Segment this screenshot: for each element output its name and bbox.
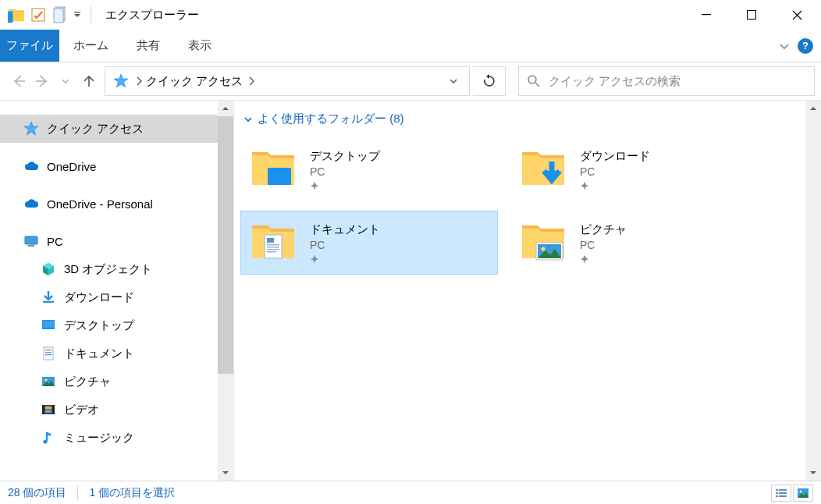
search-icon [527, 74, 541, 88]
address-bar[interactable]: クイック アクセス [105, 66, 470, 96]
qat-doc-icon[interactable] [52, 6, 69, 23]
tree-item-cloud[interactable]: OneDrive - Personal [0, 190, 233, 218]
folder-icon [249, 221, 299, 264]
back-button[interactable] [9, 72, 28, 91]
svg-rect-14 [43, 321, 54, 328]
breadcrumb-location[interactable]: クイック アクセス [146, 74, 243, 89]
svg-rect-24 [45, 406, 52, 410]
tree-item-music[interactable]: ミュージック [0, 424, 233, 452]
scroll-down-icon[interactable] [218, 465, 233, 481]
desktop-icon [41, 318, 56, 333]
folder-icon [519, 147, 569, 191]
tab-view[interactable]: 表示 [174, 30, 226, 62]
svg-rect-6 [748, 11, 756, 20]
forward-button[interactable] [33, 72, 52, 91]
svg-rect-17 [45, 352, 52, 353]
tree-item-star[interactable]: クイック アクセス [0, 115, 233, 143]
tree-item-video[interactable]: ビデオ [0, 396, 233, 424]
svg-rect-38 [779, 489, 787, 491]
pc-icon [23, 233, 39, 249]
status-selected-count: 1 個の項目を選択 [89, 486, 175, 500]
folder-name: ダウンロード [580, 149, 650, 164]
svg-rect-0 [8, 11, 12, 23]
folder-location: PC [310, 165, 380, 178]
folder-name: ピクチャ [580, 222, 627, 237]
folder-item-doc[interactable]: ドキュメント PC [240, 211, 498, 275]
svg-rect-39 [776, 492, 778, 494]
maximize-button[interactable] [729, 0, 774, 30]
refresh-button[interactable] [473, 66, 506, 96]
svg-rect-33 [267, 251, 276, 253]
svg-point-8 [528, 76, 536, 83]
tree-item-label: OneDrive - Personal [47, 197, 153, 211]
ribbon-collapse-icon[interactable] [779, 41, 790, 51]
minimize-button[interactable] [684, 0, 729, 30]
svg-rect-37 [776, 489, 778, 491]
address-dropdown-icon[interactable] [441, 76, 466, 86]
details-view-button[interactable] [771, 484, 791, 502]
nav-scrollbar[interactable] [218, 101, 233, 481]
tree-item-label: デスクトップ [64, 318, 134, 333]
up-button[interactable] [80, 72, 98, 91]
tree-item-cloud[interactable]: OneDrive [0, 152, 233, 180]
tree-item-label: ビデオ [64, 403, 99, 417]
folder-icon [249, 147, 299, 191]
tree-item-desktop[interactable]: デスクトップ [0, 311, 233, 339]
svg-rect-23 [53, 405, 55, 414]
svg-rect-10 [25, 236, 37, 244]
folder-location: PC [580, 239, 627, 251]
star-icon [23, 121, 39, 137]
tree-item-label: ピクチャ [64, 374, 111, 389]
nav-row: クイック アクセス クイック アクセスの検索 [0, 62, 821, 100]
folder-item-pictures[interactable]: ピクチャ PC [510, 211, 768, 275]
svg-rect-5 [702, 14, 711, 15]
content-pane: よく使用するフォルダー (8) デスクトップ PC ダウンロード PC ドキュメ… [234, 101, 821, 481]
window-title: エクスプローラー [105, 8, 199, 23]
crumb-chevron-icon[interactable] [249, 76, 255, 86]
tree-item-download[interactable]: ダウンロード [0, 283, 233, 311]
section-header[interactable]: よく使用するフォルダー (8) [243, 112, 815, 126]
tab-share[interactable]: 共有 [123, 30, 174, 62]
help-icon[interactable]: ? [798, 38, 813, 54]
svg-point-36 [542, 247, 546, 251]
crumb-chevron-icon[interactable] [137, 76, 143, 86]
search-input[interactable]: クイック アクセスの検索 [518, 66, 815, 96]
tree-item-label: PC [47, 235, 63, 248]
tree-item-label: ダウンロード [64, 290, 134, 305]
tree-item-doc[interactable]: ドキュメント [0, 339, 233, 367]
scroll-up-icon[interactable] [805, 101, 821, 116]
chevron-down-icon [243, 115, 253, 124]
download-icon [41, 289, 56, 305]
svg-marker-7 [114, 74, 128, 87]
qat-properties-icon[interactable] [30, 6, 47, 23]
file-tab[interactable]: ファイル [0, 30, 59, 62]
tree-item-3d[interactable]: 3D オブジェクト [0, 255, 233, 283]
pin-icon [580, 254, 627, 264]
folder-item-desktop[interactable]: デスクトップ PC [240, 137, 498, 201]
folder-icon [519, 221, 569, 264]
tab-home[interactable]: ホーム [59, 30, 123, 62]
svg-rect-18 [45, 354, 52, 355]
tree-item-label: ミュージック [64, 431, 134, 445]
scroll-up-icon[interactable] [218, 101, 233, 116]
svg-rect-15 [44, 347, 53, 360]
tree-item-pc[interactable]: PC [0, 227, 233, 255]
status-bar: 28 個の項目 1 個の項目を選択 [0, 481, 821, 504]
svg-rect-4 [74, 12, 80, 12]
svg-rect-42 [779, 495, 787, 497]
pin-icon [310, 181, 380, 190]
content-scrollbar[interactable] [805, 101, 821, 481]
close-button[interactable] [774, 0, 819, 30]
qat-dropdown-icon[interactable] [73, 11, 81, 19]
thumbnail-view-button[interactable] [793, 484, 813, 502]
scroll-down-icon[interactable] [805, 465, 821, 481]
scroll-thumb[interactable] [218, 116, 233, 374]
tree-item-pictures[interactable]: ピクチャ [0, 367, 233, 396]
folder-item-download[interactable]: ダウンロード PC [510, 137, 768, 201]
history-dropdown-icon[interactable] [56, 72, 75, 91]
svg-rect-31 [267, 247, 279, 248]
video-icon [41, 402, 56, 417]
pictures-icon [41, 374, 56, 389]
quick-access-star-icon [113, 73, 129, 89]
svg-rect-11 [28, 245, 34, 247]
